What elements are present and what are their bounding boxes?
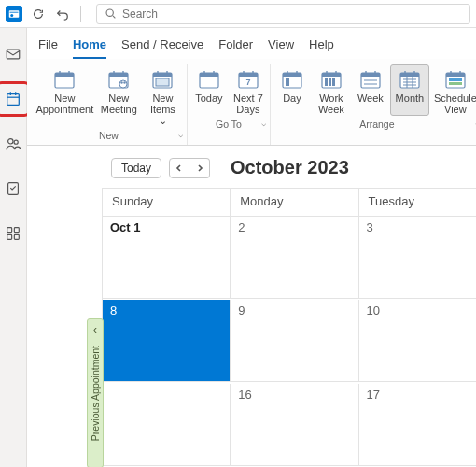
next-7-days-button[interactable]: 7Next 7 Days [229, 64, 268, 116]
people-rail-icon[interactable] [0, 131, 26, 157]
search-box[interactable]: Search [96, 4, 470, 24]
svg-rect-1 [10, 11, 19, 12]
svg-rect-70 [446, 73, 465, 77]
svg-point-2 [10, 14, 13, 17]
ribbon-label: Today [195, 92, 222, 115]
ribbon-group-label: New [33, 127, 185, 145]
ribbon: New AppointmentNew MeetingNew Items ⌄New… [27, 59, 476, 146]
items-icon [147, 67, 177, 92]
today-button[interactable]: Today [111, 158, 161, 178]
day-view-button[interactable]: Day [273, 64, 312, 116]
title-bar: Search [0, 0, 476, 28]
svg-rect-5 [7, 50, 20, 59]
svg-text:7: 7 [245, 78, 250, 87]
svg-rect-55 [361, 73, 380, 77]
outlook-logo-icon [6, 6, 22, 22]
ribbon-label: Schedule View [434, 92, 476, 115]
menu-help[interactable]: Help [309, 34, 334, 59]
prev-button[interactable] [169, 158, 189, 178]
month-title: October 2023 [231, 157, 349, 178]
svg-rect-15 [7, 234, 12, 239]
svg-line-4 [113, 16, 115, 18]
svg-rect-53 [332, 78, 335, 86]
calendar-cell[interactable]: 17 [359, 384, 476, 466]
ribbon-group-label: Arrange [273, 116, 476, 134]
svg-point-3 [106, 9, 113, 16]
svg-rect-29 [153, 73, 172, 77]
day-header: Tuesday [359, 189, 476, 217]
svg-point-25 [119, 80, 127, 88]
calendar-cell[interactable]: 9 [231, 300, 358, 382]
separator [80, 6, 81, 22]
calendar-cell[interactable]: 2 [231, 217, 358, 299]
ribbon-label: Month [396, 92, 425, 115]
tasks-rail-icon[interactable] [0, 176, 26, 202]
menu-folder[interactable]: Folder [218, 34, 253, 59]
svg-rect-51 [325, 78, 328, 86]
work-week-view-button[interactable]: Work Week [312, 64, 351, 116]
svg-rect-52 [329, 78, 331, 86]
search-icon [105, 7, 117, 20]
svg-rect-14 [14, 228, 19, 233]
calendar-cell[interactable]: 10 [359, 300, 476, 382]
calendar-icon [49, 67, 79, 92]
day-header: Monday [231, 189, 358, 217]
svg-rect-61 [400, 73, 419, 77]
calendar-grid: SundayMondayTuesdayOct 12389101617 [102, 188, 476, 467]
calendar-cell[interactable]: Oct 1 [103, 217, 231, 299]
search-placeholder: Search [122, 7, 158, 21]
more-apps-rail-icon[interactable] [0, 220, 26, 247]
previous-appointment-tab[interactable]: Previous Appointment [87, 318, 104, 467]
new-appointment-button[interactable]: New Appointment [33, 64, 97, 127]
mail-rail-icon[interactable] [0, 41, 26, 67]
today-button[interactable]: Today [189, 64, 229, 116]
day-icon [277, 67, 307, 92]
ribbon-label: New Meeting [101, 92, 137, 115]
menu-tabs: File Home Send / Receive Folder View Hel… [27, 28, 476, 59]
svg-rect-22 [109, 73, 128, 77]
meeting-icon [104, 67, 133, 92]
schedule-view-button[interactable]: Schedule View [429, 64, 476, 116]
calendar-icon [194, 67, 224, 92]
week7-icon: 7 [233, 67, 263, 92]
new-items-button[interactable]: New Items ⌄ [141, 64, 185, 127]
svg-rect-0 [9, 10, 20, 18]
menu-send-receive[interactable]: Send / Receive [121, 34, 203, 59]
svg-rect-13 [7, 228, 12, 233]
sync-icon[interactable] [30, 6, 47, 22]
svg-point-11 [14, 140, 18, 144]
calendar-header: Today October 2023 [27, 146, 476, 188]
menu-home[interactable]: Home [73, 34, 106, 59]
svg-rect-32 [156, 78, 169, 86]
schedule-icon [441, 67, 470, 92]
ribbon-group-label: Go To [189, 116, 268, 134]
calendar-cell[interactable]: 16 [231, 384, 358, 466]
menu-file[interactable]: File [38, 34, 58, 59]
svg-rect-74 [449, 82, 462, 85]
svg-rect-38 [239, 73, 258, 77]
undo-icon[interactable] [54, 6, 71, 22]
day-header: Sunday [103, 189, 231, 217]
svg-rect-46 [286, 78, 289, 86]
calendar-cell[interactable]: 3 [359, 217, 476, 299]
menu-view[interactable]: View [268, 34, 294, 59]
calendar-cell[interactable]: 8 [103, 300, 231, 382]
next-button[interactable] [189, 158, 210, 178]
previous-appointment-label: Previous Appointment [90, 346, 101, 441]
svg-point-10 [8, 139, 13, 144]
new-meeting-button[interactable]: New Meeting [97, 64, 141, 127]
month-view-button[interactable]: Month [390, 64, 429, 116]
week-view-button[interactable]: Week [351, 64, 390, 116]
workweek-icon [316, 67, 346, 92]
month-icon [395, 67, 425, 92]
ribbon-label: Week [357, 92, 384, 115]
svg-rect-34 [200, 73, 218, 77]
calendar-rail-icon[interactable] [0, 86, 26, 112]
svg-rect-18 [55, 73, 74, 77]
ribbon-label: Day [283, 92, 301, 115]
calendar-cell[interactable] [103, 384, 231, 466]
navigation-rail [0, 28, 27, 467]
ribbon-label: Work Week [318, 92, 344, 115]
svg-point-27 [124, 81, 126, 83]
svg-rect-6 [7, 94, 20, 106]
